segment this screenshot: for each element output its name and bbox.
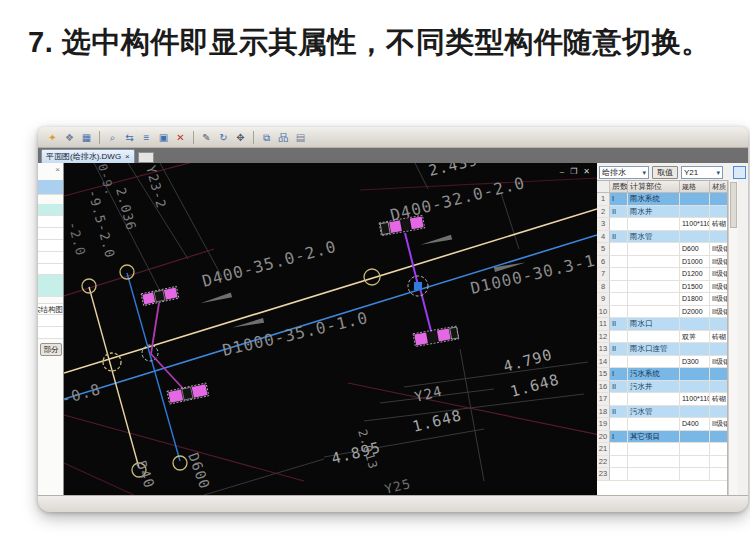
main-content: × 实结构图 部分 – ❐ ✕ xyxy=(38,163,748,495)
table-row[interactable]: 15I污水系统 xyxy=(597,368,727,381)
move-icon[interactable]: ✥ xyxy=(233,130,248,145)
header-material: 材质 xyxy=(710,181,727,192)
scrollbar-thumb[interactable] xyxy=(730,182,737,228)
table-cell xyxy=(628,418,680,430)
panel-controls: 给排水 ▾ 取值 Y21 ▾ xyxy=(597,163,748,180)
left-panel-button[interactable]: 部分 xyxy=(40,343,62,356)
table-row[interactable]: 31100*1100砖砌 xyxy=(597,218,727,231)
left-panel-row[interactable] xyxy=(38,275,63,297)
left-panel-row[interactable] xyxy=(38,180,63,195)
toolbar: ✦❖▦⌕⇆≡▣✕✎↻✥⧉品▤ xyxy=(38,127,748,148)
table-cell: II xyxy=(610,406,628,418)
table-cell: II级钢筋砼管 xyxy=(710,256,727,268)
left-panel-close-icon[interactable]: × xyxy=(55,165,60,174)
table-cell: II级钢筋砼管 xyxy=(710,243,727,255)
table-cell xyxy=(680,431,710,443)
table-cell xyxy=(628,293,680,305)
fetch-value-button[interactable]: 取值 xyxy=(652,166,678,179)
table-cell: II级钢筋砼管 xyxy=(710,293,727,305)
table-cell xyxy=(710,381,727,393)
selected-gully-inlet[interactable] xyxy=(141,286,179,305)
close-icon[interactable]: ✕ xyxy=(583,167,590,176)
table-cell xyxy=(710,206,727,218)
selected-gully-inlet[interactable] xyxy=(167,383,209,404)
table-row[interactable]: 18II污水管 xyxy=(597,406,727,419)
table-row[interactable]: 4II雨水管 xyxy=(597,231,727,244)
table-row[interactable]: 11II雨水口 xyxy=(597,318,727,331)
table-cell: 23 xyxy=(597,468,610,480)
tab-bar: 平面图(给排水).DWG × xyxy=(38,148,748,163)
cad-label: -2.0 xyxy=(65,220,89,258)
table-row[interactable]: 10D2000II级钢筋砼管 xyxy=(597,306,727,319)
link-icon[interactable]: ⧉ xyxy=(259,130,274,145)
pan-icon[interactable]: ⇆ xyxy=(122,130,137,145)
table-row[interactable]: 20I其它项目 xyxy=(597,431,727,444)
table-row[interactable]: 7D1200II级钢筋砼管 xyxy=(597,268,727,281)
page: 7. 选中构件即显示其属性，不同类型构件随意切换。 ✦❖▦⌕⇆≡▣✕✎↻✥⧉品▤… xyxy=(0,0,750,545)
table-row[interactable]: 13II雨水口连管 xyxy=(597,343,727,356)
table-cell: 15 xyxy=(597,368,610,380)
table-cell xyxy=(610,293,628,305)
table-cell xyxy=(710,231,727,243)
cad-label: D40 xyxy=(133,459,158,491)
app-window: ✦❖▦⌕⇆≡▣✕✎↻✥⧉品▤ 平面图(给排水).DWG × × 实结构图 xyxy=(38,127,748,512)
left-panel-row[interactable] xyxy=(38,252,63,264)
left-panel-row[interactable] xyxy=(38,264,63,275)
table-row[interactable]: 23 xyxy=(597,468,727,481)
grid-icon[interactable]: ▤ xyxy=(293,130,308,145)
delete-icon[interactable]: ✕ xyxy=(173,130,188,145)
save-icon[interactable]: ▦ xyxy=(79,130,94,145)
clipped-button[interactable] xyxy=(733,166,746,179)
table-row[interactable]: 16II污水井 xyxy=(597,381,727,394)
table-row[interactable]: 21 xyxy=(597,443,727,456)
left-panel-row[interactable] xyxy=(38,327,63,339)
table-cell xyxy=(710,468,727,480)
chevron-down-icon: ▾ xyxy=(642,169,646,177)
selected-connector-pipe[interactable] xyxy=(405,233,418,285)
left-panel-row[interactable] xyxy=(38,216,63,228)
tab-close-icon[interactable]: × xyxy=(125,151,130,163)
table-cell xyxy=(610,443,628,455)
structure-icon[interactable]: 品 xyxy=(276,130,291,145)
restore-icon[interactable]: ❐ xyxy=(570,167,577,176)
left-panel-row[interactable] xyxy=(38,240,63,252)
table-cell: 16 xyxy=(597,381,610,393)
left-panel-row[interactable] xyxy=(38,315,63,327)
minimize-icon[interactable]: – xyxy=(560,167,564,176)
profession-select[interactable]: 给排水 ▾ xyxy=(599,166,649,179)
edit-icon[interactable]: ✎ xyxy=(199,130,214,145)
table-row[interactable]: 8D1500II级钢筋砼管 xyxy=(597,281,727,294)
table-row[interactable]: 22 xyxy=(597,456,727,469)
table-row[interactable]: 14D300II级钢筋砼管 xyxy=(597,356,727,369)
tab-drawing[interactable]: 平面图(给排水).DWG × xyxy=(41,149,135,163)
table-row[interactable]: 1I雨水系统 xyxy=(597,193,727,206)
tab-stub[interactable] xyxy=(138,152,154,163)
table-row[interactable]: 6D1000II级钢筋砼管 xyxy=(597,256,727,269)
left-panel-row[interactable] xyxy=(38,204,63,216)
table-cell: 1100*1100 xyxy=(680,393,710,405)
app-icon[interactable]: ✦ xyxy=(45,130,60,145)
window-select-icon[interactable]: ▣ xyxy=(156,130,171,145)
right-panel: 给排水 ▾ 取值 Y21 ▾ 层数 计算部位 规格 xyxy=(597,163,748,495)
table-row[interactable]: 19D400II级钢筋砼管 xyxy=(597,418,727,431)
table-row[interactable]: 171100*1100砖砌 xyxy=(597,393,727,406)
left-panel-row[interactable] xyxy=(38,228,63,240)
table-cell: 4 xyxy=(597,231,610,243)
table-body: 1I雨水系统2II雨水井31100*1100砖砌4II雨水管5D600II级钢筋… xyxy=(597,193,727,481)
junction-node[interactable] xyxy=(414,282,422,290)
components-icon[interactable]: ❖ xyxy=(62,130,77,145)
table-cell: 雨水井 xyxy=(628,206,680,218)
selected-gully-inlet[interactable] xyxy=(413,326,459,346)
table-row[interactable]: 2II雨水井 xyxy=(597,206,727,219)
value-select[interactable]: Y21 ▾ xyxy=(681,166,723,179)
fit-view-icon[interactable]: ≡ xyxy=(139,130,154,145)
table-row[interactable]: 12双箅砖砌 xyxy=(597,331,727,344)
table-cell: 砖砌 xyxy=(710,331,727,343)
cad-canvas[interactable]: – ❐ ✕ xyxy=(64,163,597,495)
scrollbar[interactable] xyxy=(728,180,738,495)
table-cell xyxy=(680,193,710,205)
rotate-icon[interactable]: ↻ xyxy=(216,130,231,145)
table-row[interactable]: 5D600II级钢筋砼管 xyxy=(597,243,727,256)
table-row[interactable]: 9D1800II级钢筋砼管 xyxy=(597,293,727,306)
zoom-icon[interactable]: ⌕ xyxy=(105,130,120,145)
